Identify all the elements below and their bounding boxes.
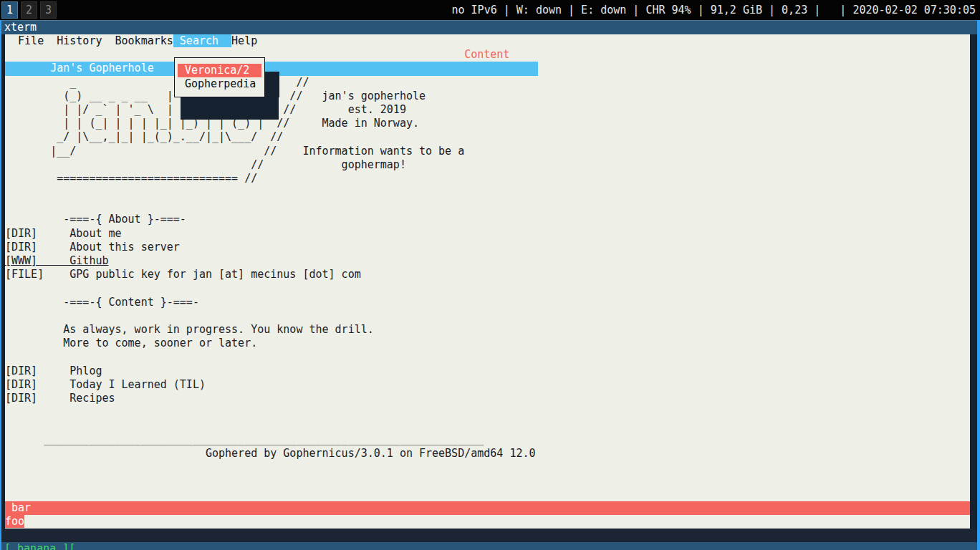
window-bottom-strip <box>1 542 977 550</box>
gopher-listing: -===-{ About }-===-[DIR] About me[DIR] A… <box>5 185 970 460</box>
ascii-art-line: _ _ _ // <box>5 76 970 90</box>
ascii-art-line: | | (_| | | | |_| |_) | | (_) | // Made … <box>5 117 970 130</box>
ascii-art-line: // gophermap! <box>5 158 970 172</box>
workspace-list: 123 <box>0 1 57 19</box>
gopher-item[interactable]: [WWW] Github <box>5 254 970 268</box>
terminal-screen: File History Bookmarks Search Help Conte… <box>5 34 970 529</box>
gopher-item[interactable]: [FILE] GPG public key for jan [at] mecin… <box>5 268 970 281</box>
gopher-text-line <box>5 199 970 213</box>
menu-item-search[interactable]: Search <box>173 34 231 47</box>
menu-item-help[interactable]: Help <box>231 34 257 47</box>
system-status-text: no IPv6 | W: down | E: down | CHR 94% | … <box>452 4 980 16</box>
gopher-text-line <box>5 281 970 295</box>
dropdown-item-veronica-2[interactable]: Veronica/2 <box>178 64 261 77</box>
menu-item-bookmarks[interactable]: Bookmarks <box>115 34 173 47</box>
search-hit-bar: bar <box>5 501 31 514</box>
search-hit-foo-row: foo <box>5 515 970 529</box>
menu-item-history[interactable]: History <box>57 34 102 47</box>
gopher-text-line <box>5 405 970 419</box>
tmux-status-bar: [ banana ][ 0$ bash 1$ bash 2$ jan@tilde… <box>1 529 977 542</box>
gopher-text-line: As always, work in progress. You know th… <box>5 323 970 337</box>
dropdown-shadow <box>181 97 279 120</box>
menu-item-file[interactable]: File <box>18 34 44 47</box>
ascii-art-line: (_) __ _ _ __ | |__ (_) ___ // jan's gop… <box>5 90 970 103</box>
ascii-art-line: ============================ // <box>5 172 970 185</box>
xterm-window: xterm File History Bookmarks Search Help… <box>0 20 980 550</box>
menu-bar: File History Bookmarks Search Help <box>5 34 970 48</box>
workspace-button-2[interactable]: 2 <box>21 1 37 19</box>
tmux-session-name: [ banana ][ <box>4 542 75 550</box>
dropdown-shadow <box>265 72 279 97</box>
gopher-item[interactable]: [DIR] Phlog <box>5 365 970 378</box>
search-dropdown: Veronica/2Gopherpedia <box>174 57 265 97</box>
gopher-text-line <box>5 309 970 323</box>
terminal-right-margin <box>970 34 977 529</box>
gopher-text-line: More to come, sooner or later. <box>5 337 970 350</box>
ascii-art-line: |__/ // Information wants to be a <box>5 145 970 158</box>
gopher-text-line <box>5 419 970 433</box>
gopher-text-line: -===-{ About }-===- <box>5 213 970 226</box>
gopher-text-line: -===-{ Content }-===- <box>5 296 970 309</box>
workspace-button-1[interactable]: 1 <box>1 1 18 19</box>
workspace-button-3[interactable]: 3 <box>40 1 57 19</box>
gopher-text-line: ________________________________________… <box>5 433 970 446</box>
page-title: Jan's Gopherhole <box>5 62 154 74</box>
fragment-row: Content <box>5 48 970 62</box>
gopher-text-line: Gophered by Gophernicus/3.0.1 on FreeBSD… <box>5 447 970 460</box>
gopher-item[interactable]: [DIR] About this server <box>5 241 970 254</box>
empty-area <box>5 460 970 501</box>
ascii-art: _ _ _ // (_) __ _ _ __ | |__ (_) ___ // … <box>5 76 970 186</box>
search-hit-foo: foo <box>5 515 24 528</box>
gopher-item[interactable]: [DIR] Today I Learned (TIL) <box>5 378 970 392</box>
ascii-art-line: | |/ _` | '_ \ | '_ \| |/ _ \ // est. 20… <box>5 103 970 117</box>
ascii-art-line: _/ |\__,_|_| |_(_)_.__/|_|\___/ // <box>5 130 970 144</box>
gopher-item[interactable]: [DIR] About me <box>5 227 970 241</box>
search-hit-bar-row: bar <box>5 501 970 515</box>
dropdown-item-gopherpedia[interactable]: Gopherpedia <box>178 77 261 91</box>
gopher-item[interactable]: [DIR] Recipes <box>5 392 970 405</box>
window-titlebar[interactable]: xterm <box>1 20 977 34</box>
gopher-text-line <box>5 350 970 364</box>
gopher-text-line <box>5 185 970 199</box>
i3-status-bar: 123 no IPv6 | W: down | E: down | CHR 94… <box>0 0 980 20</box>
